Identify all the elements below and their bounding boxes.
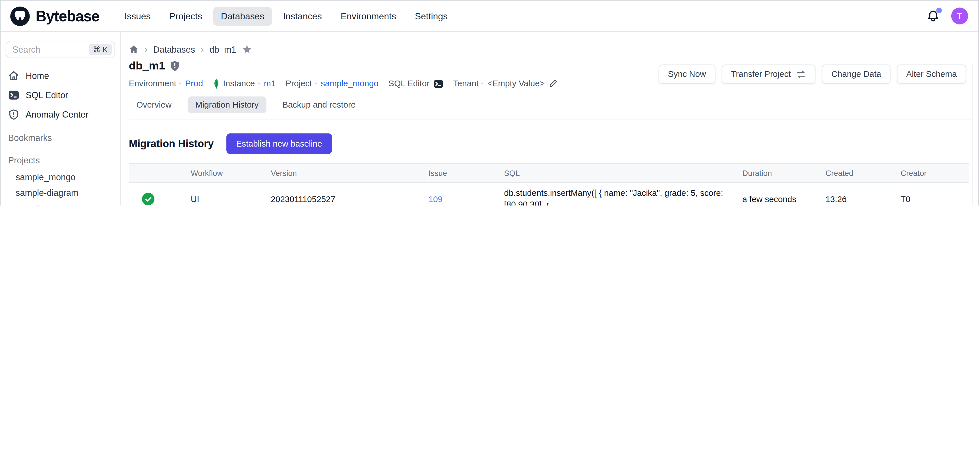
sync-now-button[interactable]: Sync Now [659, 65, 716, 84]
transfer-project-label: Transfer Project [731, 69, 791, 79]
alter-schema-button[interactable]: Alter Schema [897, 65, 966, 84]
tenant-label: Tenant - [453, 79, 484, 88]
pencil-icon[interactable] [548, 79, 558, 88]
duration-cell: a few seconds [742, 182, 825, 206]
chevron-right-icon: › [145, 44, 148, 54]
sidebar-item-anomaly-center[interactable]: Anomaly Center [0, 104, 120, 124]
col-status [129, 164, 191, 182]
environment-meta: Environment - Prod [129, 79, 203, 88]
col-issue: Issue [428, 164, 504, 182]
search-placeholder: Search [13, 45, 40, 54]
terminal-icon [8, 89, 20, 101]
col-created: Created [826, 164, 900, 182]
creator-cell: T0 [900, 182, 969, 206]
tab-overview[interactable]: Overview [129, 96, 179, 113]
instance-link[interactable]: m1 [264, 79, 275, 88]
avatar[interactable]: T [951, 7, 968, 24]
col-sql: SQL [504, 164, 742, 182]
success-check-icon [142, 193, 154, 205]
home-breadcrumb-icon[interactable] [129, 44, 139, 54]
migration-table: Workflow Version Issue SQL Duration Crea… [129, 163, 978, 206]
bytebase-logo-icon [10, 5, 31, 27]
sql-cell: db.students.insertMany([ { name: "Jacika… [504, 182, 742, 206]
nav-item-projects[interactable]: Projects [162, 6, 210, 26]
table-header-row: Workflow Version Issue SQL Duration Crea… [129, 164, 969, 182]
project-meta: Project - sample_mongo [286, 79, 379, 88]
sidebar-section-projects: Projects sample_mongo sample-diagram sam… [0, 152, 120, 206]
section-title: Projects [0, 152, 120, 169]
created-cell: 13:26 [826, 182, 900, 206]
notification-dot [936, 7, 942, 13]
col-version: Version [271, 164, 428, 182]
sidebar-item-label: Anomaly Center [25, 109, 88, 119]
tenant-meta: Tenant - <Empty Value> [453, 79, 558, 88]
section-title: Bookmarks [0, 129, 120, 147]
col-creator: Creator [900, 164, 969, 182]
sidebar-item-sample-diagram[interactable]: sample-diagram [0, 185, 120, 200]
nav-item-settings[interactable]: Settings [407, 6, 455, 26]
sidebar-item-label: Home [25, 70, 49, 80]
sidebar-section-bookmarks: Bookmarks [0, 129, 120, 147]
app-window: Bytebase Issues Projects Databases Insta… [0, 0, 979, 206]
establish-baseline-button[interactable]: Establish new baseline [226, 133, 332, 154]
sidebar: Search ⌘ K Home [0, 32, 121, 206]
home-icon [8, 70, 20, 81]
sql-editor-meta[interactable]: SQL Editor [388, 78, 443, 88]
sidebar-item-label: SQL Editor [25, 90, 68, 100]
terminal-icon [433, 78, 443, 88]
col-duration: Duration [742, 164, 825, 182]
page-head: db_m1 Environment - Prod [129, 59, 978, 89]
project-label: Project - [286, 79, 317, 88]
nav-item-issues[interactable]: Issues [117, 6, 158, 26]
sidebar-item-home[interactable]: Home [0, 66, 120, 85]
brand-name: Bytebase [35, 7, 99, 25]
environment-link[interactable]: Prod [185, 79, 203, 88]
nav-item-databases[interactable]: Databases [213, 6, 272, 26]
sidebar-item-sample-mongo[interactable]: sample_mongo [0, 169, 120, 185]
breadcrumb: › Databases › db_m1 [129, 44, 978, 54]
brand[interactable]: Bytebase [10, 5, 100, 27]
nav-item-instances[interactable]: Instances [275, 6, 329, 26]
migration-table-body: UI20230111052527109db.students.insertMan… [129, 182, 969, 206]
sql-editor-label: SQL Editor [388, 79, 430, 88]
migration-history-title: Migration History [129, 138, 213, 150]
migration-history-header: Migration History Establish new baseline [129, 133, 978, 154]
chevron-right-icon: › [201, 44, 204, 54]
database-meta: Environment - Prod Instance - [129, 78, 558, 89]
scrollbar-track[interactable] [973, 63, 978, 206]
environment-label: Environment - [129, 79, 181, 88]
col-workflow: Workflow [191, 164, 271, 182]
issue-link[interactable]: 109 [428, 195, 442, 204]
main-content: › Databases › db_m1 db_m1 [121, 32, 978, 206]
shield-icon [8, 109, 20, 120]
tenant-value: <Empty Value> [487, 79, 545, 88]
top-navigation: Issues Projects Databases Instances Envi… [117, 6, 455, 26]
mongodb-leaf-icon [213, 78, 219, 89]
notification-bell-icon[interactable] [926, 9, 940, 23]
workflow-cell: UI [191, 182, 271, 206]
instance-label: Instance - [223, 79, 260, 88]
transfer-project-button[interactable]: Transfer Project [721, 65, 816, 84]
migration-row: UI20230111052527109db.students.insertMan… [129, 182, 969, 206]
breadcrumb-db-m1[interactable]: db_m1 [210, 44, 236, 54]
page-title: db_m1 [129, 59, 165, 73]
sidebar-item-sample-pg[interactable]: sample-pg [0, 200, 120, 206]
tab-migration-history[interactable]: Migration History [188, 96, 266, 113]
page-actions: Sync Now Transfer Project Change Data Al… [659, 65, 966, 84]
star-icon[interactable] [242, 44, 252, 54]
change-data-button[interactable]: Change Data [822, 65, 891, 84]
version-cell: 20230111052527 [271, 182, 428, 206]
shield-alert-icon[interactable] [170, 61, 180, 71]
project-link[interactable]: sample_mongo [321, 79, 379, 88]
top-bar: Bytebase Issues Projects Databases Insta… [0, 0, 978, 32]
search-shortcut-badge: ⌘ K [89, 44, 112, 55]
instance-meta: Instance - m1 [213, 78, 275, 89]
tab-backup-and-restore[interactable]: Backup and restore [275, 96, 363, 113]
sidebar-item-sql-editor[interactable]: SQL Editor [0, 85, 120, 104]
nav-item-environments[interactable]: Environments [333, 6, 404, 26]
topbar-right: T [926, 7, 968, 24]
breadcrumb-databases[interactable]: Databases [153, 44, 195, 54]
search-input[interactable]: Search ⌘ K [6, 41, 115, 58]
transfer-arrows-icon [796, 70, 806, 78]
tab-bar: Overview Migration History Backup and re… [129, 89, 973, 120]
